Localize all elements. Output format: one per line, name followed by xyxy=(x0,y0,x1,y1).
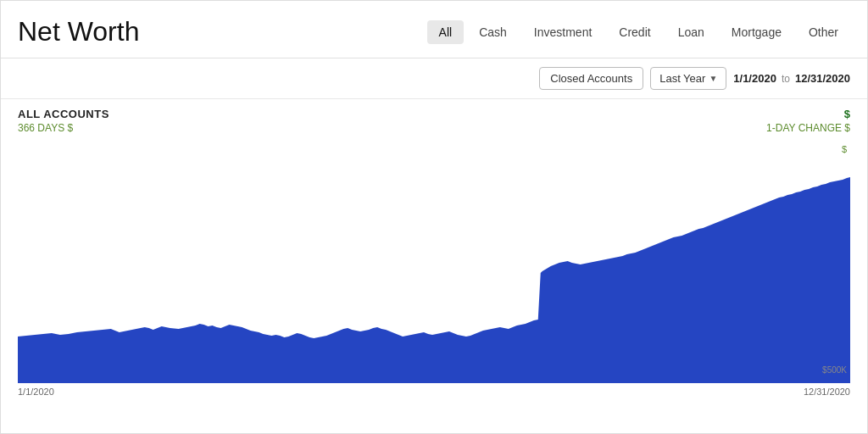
chart-dollar-label: $ xyxy=(842,144,847,154)
toolbar: Closed Accounts Last Year ▼ 1/1/2020 to … xyxy=(1,58,867,99)
x-axis-end: 12/31/2020 xyxy=(804,387,850,397)
chart-footer: 1/1/2020 12/31/2020 xyxy=(1,383,867,397)
date-end[interactable]: 12/31/2020 xyxy=(795,72,850,85)
chart-area: $ $500K xyxy=(18,137,850,383)
accounts-label: ALL ACCOUNTS xyxy=(18,108,109,120)
tab-investment[interactable]: Investment xyxy=(522,20,604,44)
period-select[interactable]: Last Year ▼ xyxy=(650,67,726,90)
tab-credit[interactable]: Credit xyxy=(607,20,662,44)
period-label: Last Year xyxy=(659,72,705,85)
accounts-left: ALL ACCOUNTS 366 DAYS $ xyxy=(18,108,109,134)
nav-tabs: All Cash Investment Credit Loan Mortgage… xyxy=(427,20,850,44)
tab-loan[interactable]: Loan xyxy=(666,20,716,44)
date-range: 1/1/2020 to 12/31/2020 xyxy=(733,72,850,85)
net-worth-chart xyxy=(18,137,850,383)
date-start[interactable]: 1/1/2020 xyxy=(733,72,776,85)
accounts-amount: $ xyxy=(766,108,850,120)
tab-cash[interactable]: Cash xyxy=(467,20,519,44)
axis-500k-label: $500K xyxy=(822,365,847,375)
header: Net Worth All Cash Investment Credit Loa… xyxy=(1,1,867,58)
tab-all[interactable]: All xyxy=(427,20,465,44)
accounts-right: $ 1-DAY CHANGE $ xyxy=(766,108,850,134)
tab-mortgage[interactable]: Mortgage xyxy=(720,20,793,44)
change-label: 1-DAY CHANGE $ xyxy=(766,122,850,134)
tab-other[interactable]: Other xyxy=(797,20,850,44)
closed-accounts-button[interactable]: Closed Accounts xyxy=(539,67,643,90)
to-label: to xyxy=(782,73,790,85)
x-axis-start: 1/1/2020 xyxy=(18,387,54,397)
page-title: Net Worth xyxy=(18,16,139,47)
main-container: Net Worth All Cash Investment Credit Loa… xyxy=(0,0,868,434)
accounts-sub: 366 DAYS $ xyxy=(18,122,109,134)
accounts-info: ALL ACCOUNTS 366 DAYS $ $ 1-DAY CHANGE $ xyxy=(1,99,867,137)
dropdown-arrow-icon: ▼ xyxy=(709,74,717,83)
